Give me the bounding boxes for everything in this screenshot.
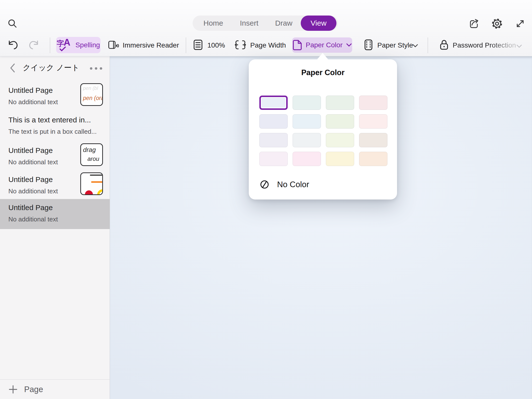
no-color-label: No Color: [277, 180, 309, 189]
immersive-reader-button[interactable]: [107, 39, 119, 51]
add-page-label: Page: [24, 385, 43, 394]
ribbon-tab-bar: HomeInsertDrawView: [193, 16, 338, 31]
page-title: Untitled Page: [8, 174, 80, 185]
toolbar-divider: [186, 37, 186, 53]
tab-insert[interactable]: Insert: [232, 16, 267, 31]
paper-style-label[interactable]: Paper Style: [377, 41, 413, 49]
notebook-menu-button[interactable]: [89, 63, 103, 74]
spelling-label: Spelling: [75, 41, 100, 49]
settings-button[interactable]: [491, 17, 503, 30]
page-list-item[interactable]: Untitled PageNo additional textdragarou: [0, 142, 110, 171]
page-thumbnail: pen (blpen (ora: [80, 83, 103, 106]
toolbar-divider: [50, 37, 50, 53]
redo-icon: [28, 39, 40, 50]
paper-color-swatch[interactable]: [326, 96, 354, 110]
paper-color-swatch[interactable]: [259, 152, 288, 166]
page-list-item[interactable]: Untitled PageNo additional text: [0, 171, 110, 199]
redo-button[interactable]: [28, 39, 40, 51]
thumbnail-ink-text: drag: [83, 146, 96, 154]
lock-icon: [439, 39, 449, 51]
page-subtitle: The text is put in a box called...: [8, 127, 103, 136]
fullscreen-button[interactable]: [514, 17, 527, 30]
page-list-item[interactable]: This is a text entered in...The text is …: [0, 111, 110, 141]
search-button[interactable]: [6, 17, 19, 30]
paper-color-swatch[interactable]: [293, 114, 321, 129]
popover-title: Paper Color: [249, 68, 397, 77]
page-width-icon: [234, 39, 246, 50]
paper-color-swatch-grid: [259, 96, 387, 166]
chevron-down-icon: [346, 43, 352, 47]
page-width-label[interactable]: Page Width: [250, 41, 286, 49]
page-sidebar: クイック ノート Untitled PageNo additional text…: [0, 56, 110, 399]
back-button[interactable]: [7, 62, 18, 74]
paper-color-swatch[interactable]: [259, 114, 288, 129]
expand-icon: [514, 18, 526, 30]
popover-arrow: [317, 53, 329, 60]
share-icon: [468, 18, 480, 30]
paper-color-swatch[interactable]: [259, 133, 288, 147]
sidebar-header: クイック ノート: [0, 56, 110, 80]
paper-color-swatch[interactable]: [326, 114, 354, 129]
page-title: Untitled Page: [8, 202, 103, 213]
paper-color-swatch[interactable]: [359, 114, 387, 129]
add-page-button[interactable]: Page: [0, 379, 110, 399]
zoom-level-label[interactable]: 100%: [207, 41, 225, 49]
page-title: Untitled Page: [8, 85, 80, 96]
paper-color-swatch-selected[interactable]: [259, 96, 288, 110]
plus-icon: [8, 385, 18, 394]
paper-color-label: Paper Color: [306, 41, 342, 49]
onenote-window: HomeInsertDrawView: [0, 0, 532, 399]
tab-home[interactable]: Home: [195, 16, 232, 31]
paper-style-icon: [364, 39, 373, 51]
page-list-item[interactable]: Untitled PageNo additional textpen (blpe…: [0, 82, 110, 111]
paper-color-popover: Paper Color No Color: [249, 59, 397, 200]
chevron-down-icon: [516, 44, 522, 48]
thumbnail-ink-drawing: [81, 173, 102, 194]
page-list-item-selected[interactable]: Untitled PageNo additional text: [0, 199, 110, 229]
thumbnail-ink-text: arou: [87, 155, 99, 162]
paper-color-swatch[interactable]: [326, 152, 354, 166]
undo-icon: [7, 39, 18, 50]
tab-view[interactable]: View: [301, 16, 336, 31]
thumbnail-ink-text: pen (bl: [83, 85, 98, 91]
share-button[interactable]: [468, 17, 481, 30]
page-title: Untitled Page: [8, 145, 80, 156]
page-list: Untitled PageNo additional textpen (blpe…: [0, 80, 110, 229]
tab-draw[interactable]: Draw: [267, 16, 301, 31]
paper-color-button[interactable]: Paper Color: [292, 37, 352, 53]
top-chrome: HomeInsertDrawView: [0, 0, 532, 56]
paper-color-swatch[interactable]: [359, 133, 387, 147]
paper-color-swatch[interactable]: [293, 96, 321, 110]
paper-color-swatch[interactable]: [293, 152, 321, 166]
zoom-document-icon: [193, 39, 203, 50]
page-width-button[interactable]: [234, 39, 246, 51]
undo-button[interactable]: [7, 39, 19, 51]
search-icon: [7, 18, 18, 29]
zoom-level-button[interactable]: [193, 39, 203, 51]
immersive-reader-label[interactable]: Immersive Reader: [123, 41, 179, 49]
paper-color-icon: [292, 39, 302, 51]
spelling-button[interactable]: 字A Spelling: [56, 37, 100, 53]
toolbar-divider: [428, 37, 428, 53]
thumbnail-ink-text: pen (ora: [83, 95, 103, 101]
spelling-icon: 字A: [57, 38, 72, 52]
paper-color-swatch[interactable]: [359, 152, 387, 166]
paper-color-swatch[interactable]: [326, 133, 354, 147]
password-protection-button[interactable]: [438, 39, 450, 51]
settings-gear-icon: [491, 17, 503, 30]
page-thumbnail: dragarou: [80, 143, 103, 166]
immersive-reader-icon: [107, 39, 119, 51]
chevron-down-icon: [412, 44, 418, 48]
page-thumbnail: [80, 172, 103, 195]
no-color-slash-icon: [259, 179, 270, 190]
paper-color-swatch[interactable]: [359, 96, 387, 110]
ellipsis-icon: [90, 67, 102, 70]
paper-style-button[interactable]: [363, 39, 374, 51]
chevron-left-icon: [9, 63, 16, 73]
password-protection-label[interactable]: Password Protection: [453, 41, 516, 49]
page-subtitle: No additional text: [8, 215, 103, 224]
notebook-title: クイック ノート: [17, 63, 85, 73]
no-color-option[interactable]: No Color: [259, 177, 309, 192]
page-title: This is a text entered in...: [8, 115, 103, 125]
paper-color-swatch[interactable]: [293, 133, 321, 147]
